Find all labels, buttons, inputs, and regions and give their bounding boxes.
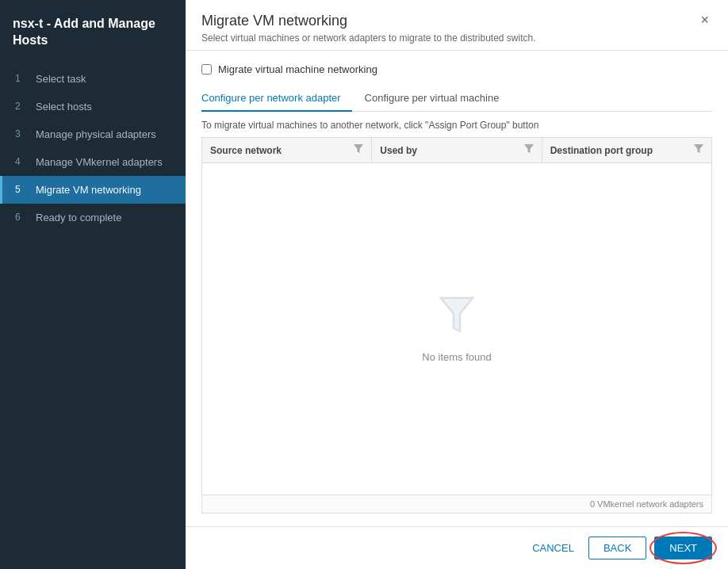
migrate-checkbox-label[interactable]: Migrate virtual machine networking <box>218 63 377 75</box>
step-num-6: 6 <box>15 212 29 223</box>
main-dialog: Migrate VM networking Select virtual mac… <box>186 0 728 569</box>
migrate-checkbox-row: Migrate virtual machine networking <box>201 63 712 75</box>
sidebar-item-label-2: Select hosts <box>36 101 92 113</box>
sidebar-item-3[interactable]: 3 Manage physical adapters <box>0 120 186 148</box>
sidebar-item-label-5: Migrate VM networking <box>36 184 141 196</box>
dialog-body: Migrate virtual machine networking Confi… <box>186 51 728 526</box>
col-destination-port-group: Destination port group <box>542 138 711 162</box>
dialog-header: Migrate VM networking Select virtual mac… <box>186 0 728 51</box>
tab-configure-per-network[interactable]: Configure per network adapter <box>201 87 352 112</box>
used-by-filter-icon[interactable] <box>524 143 534 157</box>
dialog-title: Migrate VM networking <box>201 13 536 29</box>
dialog-footer: CANCEL BACK NEXT <box>186 526 728 569</box>
empty-table-text: No items found <box>422 351 491 363</box>
cancel-button[interactable]: CANCEL <box>526 537 580 559</box>
migrate-vm-networking-checkbox[interactable] <box>201 64 212 74</box>
sidebar-item-label-3: Manage physical adapters <box>36 128 156 140</box>
sidebar-title: nsx-t - Add and Manage Hosts <box>0 8 186 65</box>
table-footer: 0 VMkernel network adapters <box>202 495 711 513</box>
sidebar-item-5[interactable]: 5 Migrate VM networking <box>0 176 186 204</box>
table-body-empty: No items found <box>202 163 711 495</box>
dialog-subtitle: Select virtual machines or network adapt… <box>201 32 536 44</box>
sidebar-item-2[interactable]: 2 Select hosts <box>0 93 186 120</box>
sidebar-item-6[interactable]: 6 Ready to complete <box>0 204 186 231</box>
step-num-3: 3 <box>15 128 29 139</box>
close-button[interactable]: × <box>697 13 712 27</box>
back-button[interactable]: BACK <box>588 537 646 559</box>
sidebar-item-1[interactable]: 1 Select task <box>0 65 186 93</box>
network-adapter-table: Source network Used by <box>201 137 712 514</box>
dialog-header-content: Migrate VM networking Select virtual mac… <box>201 13 536 44</box>
sidebar-item-4[interactable]: 4 Manage VMkernel adapters <box>0 148 186 176</box>
instruction-text: To migrate virtual machines to another n… <box>201 120 712 131</box>
step-num-4: 4 <box>15 156 29 167</box>
destination-filter-icon[interactable] <box>694 143 703 157</box>
sidebar: nsx-t - Add and Manage Hosts 1 Select ta… <box>0 0 186 569</box>
col-source-network: Source network <box>202 138 372 162</box>
next-button[interactable]: NEXT <box>654 537 712 559</box>
step-num-5: 5 <box>15 184 29 195</box>
sidebar-item-label-6: Ready to complete <box>36 212 121 223</box>
empty-funnel-icon <box>438 295 476 345</box>
source-network-filter-icon[interactable] <box>354 143 363 157</box>
next-button-wrapper: NEXT <box>654 537 712 559</box>
table-header: Source network Used by <box>202 138 711 163</box>
tabs-bar: Configure per network adapter Configure … <box>201 86 712 112</box>
sidebar-item-label-1: Select task <box>36 73 86 85</box>
step-num-2: 2 <box>15 101 29 112</box>
sidebar-item-label-4: Manage VMkernel adapters <box>36 156 163 168</box>
col-used-by: Used by <box>372 138 542 162</box>
tab-configure-per-vm[interactable]: Configure per virtual machine <box>365 87 511 112</box>
step-num-1: 1 <box>15 73 29 84</box>
